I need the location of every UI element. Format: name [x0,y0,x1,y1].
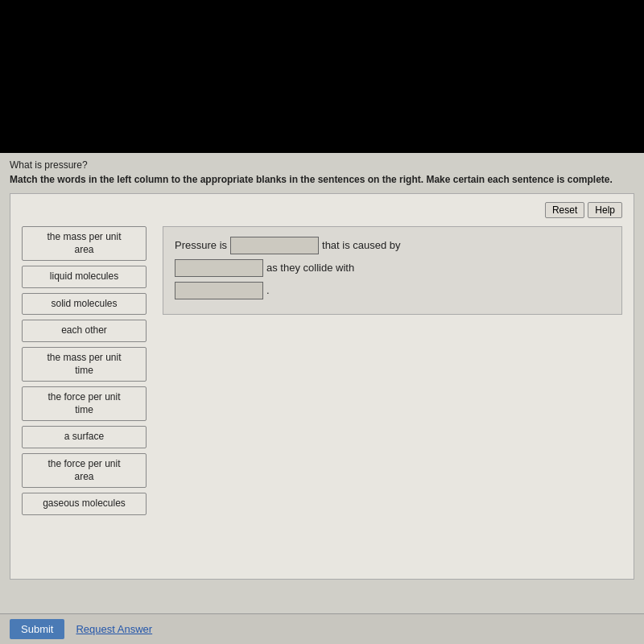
drag-item-mass-per-unit-time[interactable]: the mass per unittime [22,347,147,382]
submit-button[interactable]: Submit [10,619,64,639]
sentence-line-3: . [175,280,610,301]
drag-item-liquid-molecules[interactable]: liquid molecules [22,266,147,288]
left-column: the mass per unitarea liquid molecules s… [22,226,147,515]
request-answer-button[interactable]: Request Answer [76,623,152,635]
sentence-box: Pressure is that is caused by as they co… [163,226,622,315]
drag-item-force-per-unit-time[interactable]: the force per unittime [22,386,147,421]
sentence-line-1: Pressure is that is caused by [175,235,610,256]
question-title: What is pressure? [10,159,88,171]
drag-item-force-per-unit-area[interactable]: the force per unitarea [22,453,147,488]
drop-box-2[interactable] [175,259,263,277]
right-column: Pressure is that is caused by as they co… [163,226,622,315]
drag-item-mass-unit-area[interactable]: the mass per unitarea [22,226,147,261]
sentence-line-2: as they collide with [175,258,610,279]
drop-box-3[interactable] [175,282,263,299]
sentence-part3: as they collide with [266,258,354,279]
content-area: the mass per unitarea liquid molecules s… [22,226,622,515]
help-button[interactable]: Help [588,202,622,218]
sentence-part2: that is caused by [322,235,401,256]
drag-item-a-surface[interactable]: a surface [22,426,147,448]
sentence-part4: . [266,280,270,301]
reset-button[interactable]: Reset [545,202,584,218]
main-box: Reset Help the mass per unitarea liquid … [10,193,634,580]
instruction-text: Match the words in the left column to th… [0,172,644,190]
drag-item-solid-molecules[interactable]: solid molecules [22,293,147,316]
drag-item-gaseous-molecules[interactable]: gaseous molecules [22,493,147,515]
question-header: What is pressure? [0,153,644,172]
sentence-part1: Pressure is [175,235,227,256]
top-black-area [0,0,644,153]
reset-help-row: Reset Help [22,202,622,218]
drag-item-each-other[interactable]: each other [22,320,147,342]
page-wrapper: What is pressure? Match the words in the… [0,153,644,644]
bottom-bar: Submit Request Answer [0,613,644,644]
drop-box-1[interactable] [230,237,319,254]
